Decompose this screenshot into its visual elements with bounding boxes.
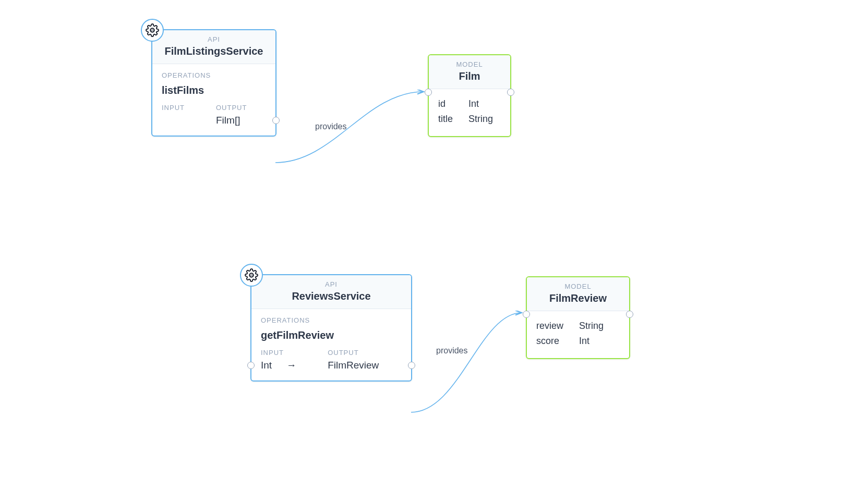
node-title: ReviewsService xyxy=(261,290,402,302)
node-body: OPERATIONS listFilms INPUT OUTPUT Film[] xyxy=(152,64,275,136)
edge-label-api2-model2: provides xyxy=(436,346,467,355)
field-row: review String xyxy=(536,318,604,334)
node-title: Film xyxy=(438,70,501,82)
node-body: OPERATIONS getFilmReview INPUT Int → OUT… xyxy=(251,309,411,380)
node-kind-label: MODEL xyxy=(438,60,501,68)
output-label: OUTPUT xyxy=(216,104,247,112)
port-right[interactable] xyxy=(626,311,633,318)
port-left[interactable] xyxy=(425,89,432,96)
node-kind-label: MODEL xyxy=(536,282,620,290)
port-right[interactable] xyxy=(507,89,514,96)
field-type: String xyxy=(579,318,604,334)
field-name: id xyxy=(438,96,468,112)
edge-api2-model2 xyxy=(411,313,522,412)
diagram-canvas[interactable]: provides provides </> API FilmListingsSe… xyxy=(0,0,855,504)
input-label: INPUT xyxy=(162,104,185,112)
input-value: Int xyxy=(261,360,272,371)
node-kind-label: API xyxy=(261,280,402,288)
field-name: score xyxy=(536,334,579,349)
output-value: Film[] xyxy=(216,115,247,126)
svg-text:</>: </> xyxy=(150,29,154,32)
field-row: title String xyxy=(438,112,493,127)
node-header: MODEL Film xyxy=(429,55,510,89)
fields-table: id Int title String xyxy=(438,96,493,127)
operation-name: getFilmReview xyxy=(261,329,402,341)
node-header: API FilmListingsService xyxy=(152,30,275,64)
operation-name: listFilms xyxy=(162,84,266,96)
output-label: OUTPUT xyxy=(328,349,379,357)
output-value: FilmReview xyxy=(328,360,379,371)
edge-api1-model1 xyxy=(275,92,424,163)
node-body: id Int title String xyxy=(429,89,510,136)
operations-label: OPERATIONS xyxy=(162,71,266,79)
node-kind-label: API xyxy=(162,35,266,43)
svg-text:</>: </> xyxy=(249,274,254,277)
node-model-film[interactable]: MODEL Film id Int title String xyxy=(428,54,511,137)
node-title: FilmReview xyxy=(536,292,620,304)
field-name: title xyxy=(438,112,468,127)
field-name: review xyxy=(536,318,579,334)
node-api-reviewsservice[interactable]: </> API ReviewsService OPERATIONS getFil… xyxy=(250,274,412,382)
field-type: Int xyxy=(579,334,604,349)
node-header: MODEL FilmReview xyxy=(527,277,629,311)
node-api-filmlistingsservice[interactable]: </> API FilmListingsService OPERATIONS l… xyxy=(151,29,276,137)
node-header: API ReviewsService xyxy=(251,275,411,309)
field-row: score Int xyxy=(536,334,604,349)
api-gear-icon: </> xyxy=(245,268,258,282)
port-output[interactable] xyxy=(272,117,280,124)
node-title: FilmListingsService xyxy=(162,45,266,57)
gear-badge-icon: </> xyxy=(141,19,164,42)
field-type: String xyxy=(468,112,493,127)
api-gear-icon: </> xyxy=(146,23,159,37)
port-left[interactable] xyxy=(523,311,530,318)
port-output[interactable] xyxy=(408,362,415,369)
edge-label-api1-model1: provides xyxy=(315,122,346,131)
arrow-icon: → xyxy=(286,360,296,371)
fields-table: review String score Int xyxy=(536,318,604,349)
field-type: Int xyxy=(468,96,493,112)
input-label: INPUT xyxy=(261,349,296,357)
node-model-filmreview[interactable]: MODEL FilmReview review String score Int xyxy=(526,276,630,359)
field-row: id Int xyxy=(438,96,493,112)
node-body: review String score Int xyxy=(527,311,629,358)
gear-badge-icon: </> xyxy=(240,264,263,287)
port-input[interactable] xyxy=(247,362,255,369)
operations-label: OPERATIONS xyxy=(261,316,402,324)
